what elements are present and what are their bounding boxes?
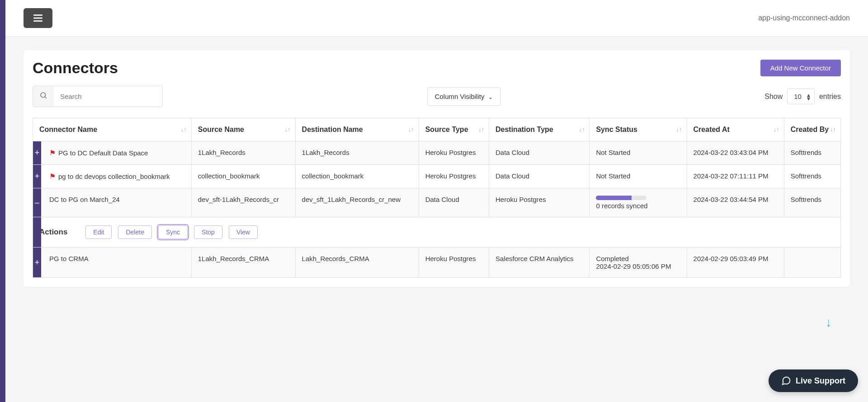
- table-row: + ⚑PG to DC Default Data Space 1Lakh_Rec…: [33, 141, 841, 165]
- actions-label: Actions: [39, 228, 67, 237]
- sort-icon: ↓↑: [285, 127, 291, 131]
- svg-line-4: [45, 97, 46, 98]
- entries-label: entries: [819, 93, 841, 101]
- table-row: – DC to PG on March_24 dev_sft-1Lakh_Rec…: [33, 188, 841, 217]
- source-name: 1Lakh_Records: [191, 141, 295, 165]
- entries-select[interactable]: 10: [787, 89, 815, 104]
- connector-name: DC to PG on March_24: [49, 196, 120, 203]
- add-new-connector-button[interactable]: Add New Connector: [760, 60, 841, 76]
- chevron-down-icon: ⌄: [488, 94, 493, 100]
- column-visibility-button[interactable]: Column Visibility ⌄: [427, 87, 500, 106]
- search-input[interactable]: [54, 88, 162, 105]
- connector-name: pg to dc devops collection_bookmark: [58, 173, 170, 180]
- sync-status-ts: 2024-02-29 05:05:06 PM: [596, 262, 680, 270]
- column-header[interactable]: Connector Name↓↑: [33, 118, 192, 141]
- source-name: collection_bookmark: [191, 165, 295, 188]
- sort-icon: ↓↑: [408, 127, 414, 131]
- source-type: Heroku Postgres: [419, 165, 489, 188]
- search-icon: [33, 86, 54, 107]
- app-name: app-using-mcconnect-addon: [758, 14, 850, 22]
- sync-status: Not Started: [590, 165, 687, 188]
- column-header[interactable]: Source Type↓↑: [419, 118, 489, 141]
- expand-toggle[interactable]: +: [33, 165, 41, 188]
- connectors-table: Connector Name↓↑ Source Name↓↑ Destinati…: [33, 118, 841, 278]
- sync-status-detail: 0 records synced: [596, 202, 647, 210]
- created-by: Softtrends: [784, 188, 840, 217]
- sort-icon: ↓↑: [579, 127, 585, 131]
- table-row: + ⚑pg to dc devops collection_bookmark c…: [33, 165, 841, 188]
- table-row: + PG to CRMA 1Lakh_Records_CRMA Lakh_Rec…: [33, 248, 841, 278]
- column-header[interactable]: Destination Type↓↑: [489, 118, 589, 141]
- source-name: dev_sft-1Lakh_Records_cr: [191, 188, 295, 217]
- expand-gutter: [33, 217, 41, 247]
- edit-button[interactable]: Edit: [85, 225, 112, 239]
- destination-type: Salesforce CRM Analytics: [489, 248, 589, 278]
- flag-icon: ⚑: [49, 173, 56, 180]
- column-header[interactable]: Source Name↓↑: [191, 118, 295, 141]
- created-by: Softtrends: [784, 165, 840, 188]
- destination-name: Lakh_Records_CRMA: [295, 248, 419, 278]
- connector-name: PG to CRMA: [49, 255, 89, 262]
- stop-button[interactable]: Stop: [194, 225, 222, 239]
- destination-type: Data Cloud: [489, 165, 589, 188]
- sort-icon: ↓↑: [676, 127, 682, 131]
- destination-name: dev_sft_1Lakh_Records_cr_new: [295, 188, 419, 217]
- expand-toggle[interactable]: –: [33, 188, 41, 217]
- destination-type: Data Cloud: [489, 141, 589, 165]
- created-by: [784, 248, 840, 278]
- sync-status: Not Started: [590, 141, 687, 165]
- source-type: Heroku Postgres: [419, 141, 489, 165]
- delete-button[interactable]: Delete: [118, 225, 151, 239]
- column-header[interactable]: Created By↓↑: [784, 118, 840, 141]
- source-type: Heroku Postgres: [419, 248, 489, 278]
- column-header[interactable]: Destination Name↓↑: [295, 118, 419, 141]
- menu-button[interactable]: [24, 8, 52, 28]
- destination-name: 1Lakh_Records: [295, 141, 419, 165]
- connector-name: PG to DC Default Data Space: [58, 149, 148, 157]
- source-name: 1Lakh_Records_CRMA: [191, 248, 295, 278]
- sync-button[interactable]: Sync: [158, 225, 188, 239]
- column-header[interactable]: Created At↓↑: [687, 118, 784, 141]
- entries-value: 10: [794, 93, 802, 100]
- expand-toggle[interactable]: +: [33, 248, 41, 277]
- column-visibility-label: Column Visibility: [435, 93, 485, 100]
- created-at: 2024-03-22 07:11:11 PM: [687, 165, 784, 188]
- actions-row: Actions Edit Delete Sync Stop View: [33, 217, 841, 248]
- sort-icon: ↓↑: [478, 127, 484, 131]
- destination-type: Heroku Postgres: [489, 188, 589, 217]
- hamburger-icon: [32, 12, 44, 24]
- source-type: Data Cloud: [419, 188, 489, 217]
- sync-progress-bar: [596, 196, 646, 200]
- created-at: 2024-02-29 05:03:49 PM: [687, 248, 784, 278]
- column-header[interactable]: Sync Status↓↑: [590, 118, 687, 141]
- sort-icon: ↓↑: [181, 127, 187, 131]
- show-label: Show: [764, 93, 783, 101]
- expand-toggle[interactable]: +: [33, 141, 41, 164]
- created-at: 2024-03-22 03:43:04 PM: [687, 141, 784, 165]
- sort-icon: ↓↑: [774, 127, 779, 131]
- created-at: 2024-03-22 03:44:54 PM: [687, 188, 784, 217]
- destination-name: collection_bookmark: [295, 165, 419, 188]
- sync-status: Completed: [596, 255, 680, 262]
- sort-icon: ↓↑: [830, 127, 836, 131]
- flag-icon: ⚑: [49, 149, 56, 157]
- svg-point-3: [41, 93, 46, 98]
- left-nav-stub: [0, 0, 5, 300]
- page-title: Connectors: [33, 59, 118, 77]
- created-by: Softtrends: [784, 141, 840, 165]
- view-button[interactable]: View: [229, 225, 258, 239]
- topbar: app-using-mcconnect-addon: [0, 0, 868, 37]
